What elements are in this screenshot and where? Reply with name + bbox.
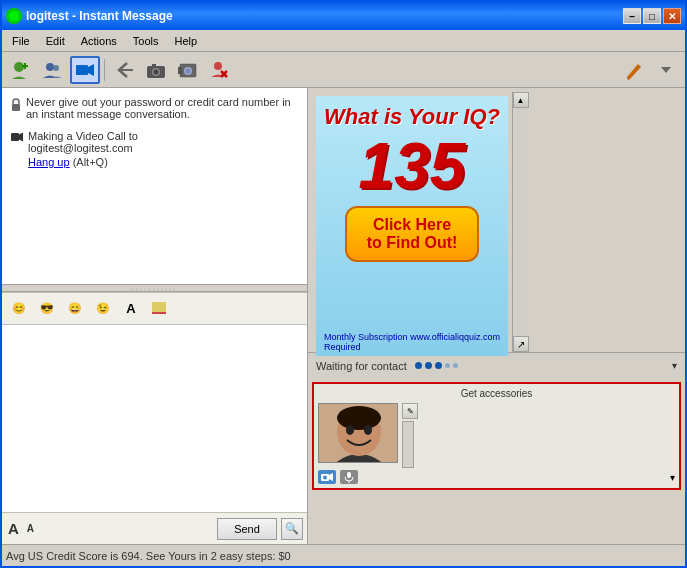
svg-point-0	[9, 11, 19, 21]
svg-point-16	[214, 62, 222, 70]
menu-tools[interactable]: Tools	[125, 33, 167, 49]
dot-2	[425, 362, 432, 369]
color-button[interactable]	[146, 297, 172, 319]
camera-small-icon	[320, 472, 334, 482]
svg-rect-20	[12, 104, 20, 111]
ad-footer-right: www.officialiqquiz.com	[410, 332, 500, 352]
svg-point-30	[364, 425, 372, 435]
accessory-bottom: ▾	[318, 468, 675, 484]
font-small-button[interactable]: A	[25, 523, 36, 534]
svg-marker-33	[329, 473, 333, 481]
dot-3	[435, 362, 442, 369]
block-icon	[209, 59, 231, 81]
menu-edit[interactable]: Edit	[38, 33, 73, 49]
add-contact-button[interactable]	[6, 56, 36, 84]
pen-button[interactable]	[619, 56, 649, 84]
acc-scrollbar[interactable]	[402, 421, 414, 468]
chat-input[interactable]	[2, 324, 307, 513]
window-title: logitest - Instant Message	[26, 9, 173, 23]
video-notice-content: Making a Video Call to logitest@logitest…	[28, 130, 138, 168]
hang-up-link[interactable]: Hang up	[28, 156, 70, 168]
chat-divider: ...........	[2, 284, 307, 292]
font-large-button[interactable]: A	[6, 520, 21, 537]
chat-panel: Never give out your password or credit c…	[2, 88, 308, 544]
font-button[interactable]: A	[118, 297, 144, 319]
svg-rect-23	[152, 302, 166, 312]
search-button[interactable]: 🔍	[281, 518, 303, 540]
ad-scrollbar: ▲ ↗	[512, 92, 528, 352]
ad-button[interactable]: Click Here to Find Out!	[345, 206, 480, 262]
pen-icon	[623, 59, 645, 81]
contacts-button[interactable]	[38, 56, 68, 84]
menu-file[interactable]: File	[4, 33, 38, 49]
svg-rect-6	[76, 65, 88, 75]
window-controls: – □ ✕	[623, 8, 681, 24]
ad-footer-left: Monthly Subscription Required	[324, 332, 410, 352]
main-content: Never give out your password or credit c…	[2, 88, 685, 544]
chat-bottom-bar: A A Send 🔍	[2, 512, 307, 544]
ad-banner-inner: What is Your IQ? 135 Click Here to Find …	[316, 96, 508, 356]
emoji3-button[interactable]: 😄	[62, 297, 88, 319]
svg-rect-34	[347, 472, 351, 478]
emoji1-button[interactable]: 😊	[6, 297, 32, 319]
snapshot-button[interactable]	[173, 56, 203, 84]
dot-1	[415, 362, 422, 369]
scroll-track[interactable]	[514, 108, 528, 336]
main-window: logitest - Instant Message – □ ✕ File Ed…	[0, 0, 687, 568]
block-button[interactable]	[205, 56, 235, 84]
mic-small-icon	[344, 471, 354, 483]
svg-rect-11	[152, 64, 156, 67]
wink-button[interactable]: 😉	[90, 297, 116, 319]
dropdown-button[interactable]	[651, 56, 681, 84]
svg-point-15	[186, 68, 191, 73]
camera-button[interactable]	[141, 56, 171, 84]
acc-dropdown-button[interactable]: ▾	[670, 472, 675, 483]
acc-edit-button[interactable]: ✎	[402, 403, 418, 419]
video-call-button[interactable]	[70, 56, 100, 84]
back-icon	[113, 59, 135, 81]
title-bar: logitest - Instant Message – □ ✕	[2, 2, 685, 30]
menu-help[interactable]: Help	[166, 33, 205, 49]
ad-expand-button[interactable]: ↗	[513, 336, 529, 352]
security-notice: Never give out your password or credit c…	[10, 96, 299, 120]
video-notice: Making a Video Call to logitest@logitest…	[10, 130, 299, 168]
svg-rect-21	[11, 133, 19, 141]
dot-4	[445, 363, 450, 368]
maximize-button[interactable]: □	[643, 8, 661, 24]
svg-point-5	[53, 65, 59, 71]
minimize-button[interactable]: –	[623, 8, 641, 24]
menu-actions[interactable]: Actions	[73, 33, 125, 49]
ad-row: What is Your IQ? 135 Click Here to Find …	[312, 92, 681, 352]
status-bar: Avg US Credit Score is 694. See Yours in…	[2, 544, 685, 566]
waiting-arrow[interactable]: ▾	[672, 360, 677, 371]
video-panel: What is Your IQ? 135 Click Here to Find …	[308, 88, 685, 544]
dots-indicator	[415, 362, 458, 369]
menu-bar: File Edit Actions Tools Help	[2, 30, 685, 52]
video-notice-prefix: Making a Video Call to	[28, 130, 138, 142]
close-button[interactable]: ✕	[663, 8, 681, 24]
main-toolbar	[2, 52, 685, 88]
svg-point-10	[154, 69, 159, 74]
app-icon	[6, 8, 22, 24]
ad-button-line1: Click Here	[367, 216, 458, 234]
back-button[interactable]	[109, 56, 139, 84]
ad-banner[interactable]: What is Your IQ? 135 Click Here to Find …	[316, 96, 508, 356]
toolbar-separator-1	[104, 59, 105, 81]
video-notice-icon	[10, 132, 24, 142]
accessory-panel: Get accessories	[308, 378, 685, 494]
add-contact-icon	[10, 59, 32, 81]
svg-point-28	[337, 406, 381, 430]
emoji2-button[interactable]: 😎	[34, 297, 60, 319]
hang-up-shortcut: (Alt+Q)	[73, 156, 108, 168]
ad-title: What is Your IQ?	[324, 104, 500, 130]
title-bar-left: logitest - Instant Message	[6, 8, 173, 24]
security-notice-text: Never give out your password or credit c…	[26, 96, 299, 120]
svg-rect-13	[178, 67, 182, 74]
scroll-up-button[interactable]: ▲	[513, 92, 529, 108]
send-button[interactable]: Send	[217, 518, 277, 540]
camera-acc-icon[interactable]	[318, 470, 336, 484]
font-icon: A	[126, 301, 135, 316]
dropdown-icon	[659, 63, 673, 77]
mic-acc-icon[interactable]	[340, 470, 358, 484]
svg-marker-22	[19, 133, 23, 142]
